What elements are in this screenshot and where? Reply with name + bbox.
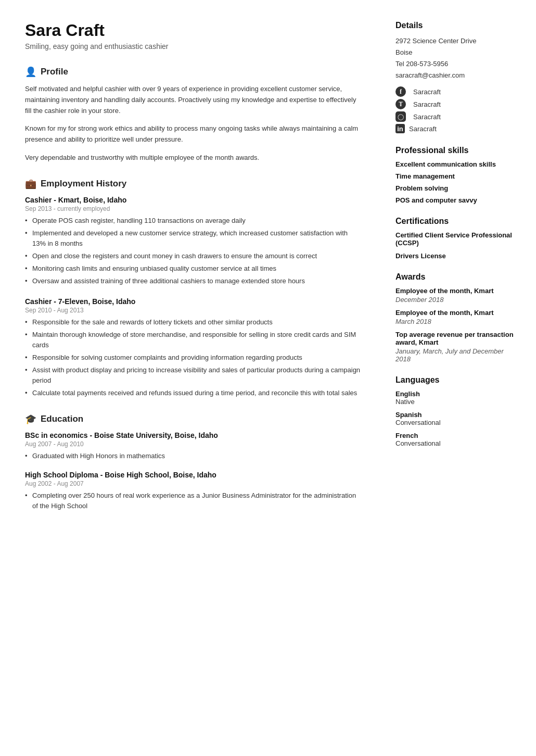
skills-section-title: Professional skills — [395, 146, 520, 155]
list-item: Implemented and developed a new customer… — [25, 228, 361, 249]
socials: f Saracraft 𝕋 Saracraft ◯ Saracraft in S… — [395, 86, 520, 133]
employment-section: 💼 Employment History Cashier - Kmart, Bo… — [25, 178, 361, 399]
award-1-date: December 2018 — [395, 296, 520, 304]
awards-section-title: Awards — [395, 272, 520, 282]
job-2-title: Cashier - 7-Eleven, Boise, Idaho — [25, 297, 361, 306]
lang-2-level: Conversational — [395, 419, 520, 426]
list-item: Maintain thorough knowledge of store mer… — [25, 330, 361, 350]
lang-1-level: Native — [395, 398, 520, 406]
award-3: Top average revenue per transaction awar… — [395, 331, 520, 363]
education-section-title: 🎓 Education — [25, 413, 361, 425]
edu-1-title: BSc in economics - Boise State Universit… — [25, 431, 361, 439]
skill-3: Problem solving — [395, 184, 520, 192]
skill-1: Excellent communication skills — [395, 160, 520, 168]
awards-section: Awards Employee of the month, Kmart Dece… — [395, 272, 520, 363]
detail-city: Boise — [395, 47, 520, 58]
left-column: Sara Craft Smiling, easy going and enthu… — [0, 0, 380, 756]
twitter-icon: 𝕋 — [395, 99, 406, 109]
edu-2-bullets: Completing over 250 hours of real work e… — [25, 490, 361, 511]
detail-tel: Tel 208-573-5956 — [395, 58, 520, 70]
award-3-date: January, March, July and December 2018 — [395, 347, 520, 363]
job-1-date: Sep 2013 - currently employed — [25, 205, 361, 212]
social-instagram: ◯ Saracraft — [395, 111, 520, 122]
skill-4: POS and computer savvy — [395, 196, 520, 204]
lang-3-name: French — [395, 432, 520, 439]
list-item: Completing over 250 hours of real work e… — [25, 490, 361, 511]
job-2: Cashier - 7-Eleven, Boise, Idaho Sep 201… — [25, 297, 361, 399]
lang-1: English Native — [395, 390, 520, 406]
list-item: Assist with product display and pricing … — [25, 365, 361, 386]
instagram-icon: ◯ — [395, 111, 406, 122]
profile-para-1: Self motivated and helpful cashier with … — [25, 84, 361, 116]
award-2-title: Employee of the month, Kmart — [395, 309, 520, 317]
lang-2: Spanish Conversational — [395, 411, 520, 426]
list-item: Graduated with High Honors in mathematic… — [25, 451, 361, 461]
details-section-title: Details — [395, 21, 520, 30]
skills-section: Professional skills Excellent communicat… — [395, 146, 520, 204]
languages-section-title: Languages — [395, 375, 520, 385]
lang-3: French Conversational — [395, 432, 520, 447]
edu-1: BSc in economics - Boise State Universit… — [25, 431, 361, 461]
social-twitter: 𝕋 Saracraft — [395, 99, 520, 109]
list-item: Responsible for the sale and rewards of … — [25, 317, 361, 327]
header: Sara Craft Smiling, easy going and enthu… — [25, 21, 361, 51]
list-item: Monitoring cash limits and ensuring unbi… — [25, 263, 361, 274]
list-item: Responsible for solving customer complai… — [25, 352, 361, 363]
detail-email: saracraft@cashier.com — [395, 70, 520, 81]
education-section: 🎓 Education BSc in economics - Boise Sta… — [25, 413, 361, 511]
list-item: Operate POS cash register, handling 110 … — [25, 216, 361, 226]
resume-page: Sara Craft Smiling, easy going and enthu… — [0, 0, 536, 756]
languages-section: Languages English Native Spanish Convers… — [395, 375, 520, 447]
linkedin-icon: in — [395, 124, 405, 133]
certifications-section-title: Certifications — [395, 217, 520, 226]
candidate-name: Sara Craft — [25, 21, 361, 40]
list-item: Oversaw and assisted training of three a… — [25, 276, 361, 286]
job-1-bullets: Operate POS cash register, handling 110 … — [25, 216, 361, 287]
edu-1-bullets: Graduated with High Honors in mathematic… — [25, 451, 361, 461]
edu-2: High School Diploma - Boise High School,… — [25, 471, 361, 511]
lang-2-name: Spanish — [395, 411, 520, 419]
profile-icon: 👤 — [25, 66, 36, 78]
award-1: Employee of the month, Kmart December 20… — [395, 287, 520, 304]
lang-1-name: English — [395, 390, 520, 398]
profile-section: 👤 Profile Self motivated and helpful cas… — [25, 66, 361, 163]
education-icon: 🎓 — [25, 413, 36, 425]
edu-1-date: Aug 2007 - Aug 2010 — [25, 440, 361, 448]
edu-2-date: Aug 2002 - Aug 2007 — [25, 480, 361, 487]
award-2: Employee of the month, Kmart March 2018 — [395, 309, 520, 325]
list-item: Calculate total payments received and re… — [25, 388, 361, 398]
list-item: Open and close the registers and count m… — [25, 251, 361, 261]
social-facebook: f Saracraft — [395, 86, 520, 97]
award-2-date: March 2018 — [395, 318, 520, 325]
candidate-subtitle: Smiling, easy going and enthusiastic cas… — [25, 42, 361, 51]
job-1: Cashier - Kmart, Boise, Idaho Sep 2013 -… — [25, 196, 361, 287]
details-section: Details 2972 Science Center Drive Boise … — [395, 21, 520, 133]
employment-icon: 💼 — [25, 178, 36, 190]
right-column: Details 2972 Science Center Drive Boise … — [380, 0, 536, 756]
employment-section-title: 💼 Employment History — [25, 178, 361, 190]
skill-2: Time management — [395, 172, 520, 180]
profile-section-title: 👤 Profile — [25, 66, 361, 78]
profile-para-2: Known for my for strong work ethics and … — [25, 123, 361, 145]
detail-address: 2972 Science Center Drive — [395, 35, 520, 47]
job-2-date: Sep 2010 - Aug 2013 — [25, 307, 361, 314]
certifications-section: Certifications Certified Client Service … — [395, 217, 520, 260]
cert-2: Drivers License — [395, 252, 520, 260]
lang-3-level: Conversational — [395, 439, 520, 447]
award-3-title: Top average revenue per transaction awar… — [395, 331, 520, 346]
award-1-title: Employee of the month, Kmart — [395, 287, 520, 295]
profile-para-3: Very dependable and trustworthy with mul… — [25, 153, 361, 163]
cert-1: Certified Client Service Professional (C… — [395, 231, 520, 247]
edu-2-title: High School Diploma - Boise High School,… — [25, 471, 361, 479]
job-2-bullets: Responsible for the sale and rewards of … — [25, 317, 361, 399]
facebook-icon: f — [395, 86, 406, 97]
social-linkedin: in Saracraft — [395, 124, 520, 133]
job-1-title: Cashier - Kmart, Boise, Idaho — [25, 196, 361, 204]
